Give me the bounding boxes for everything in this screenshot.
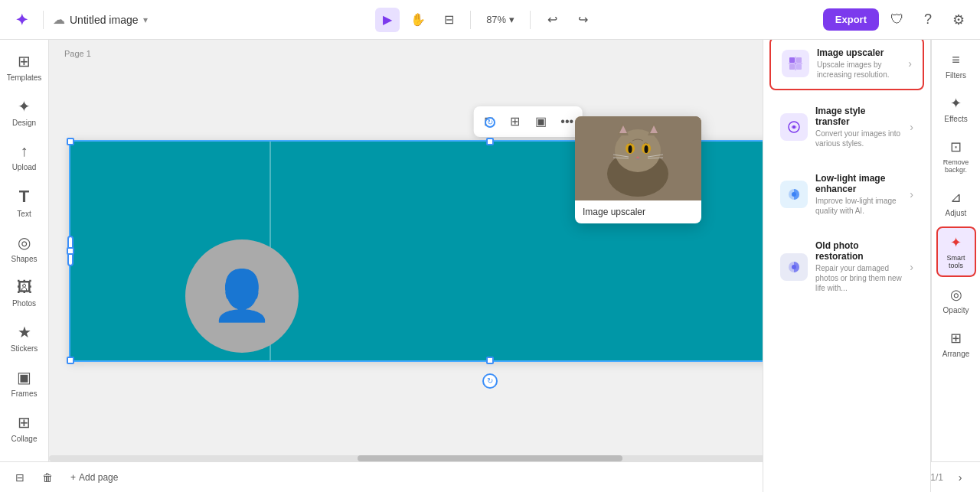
low-light-arrow: ›	[910, 188, 913, 200]
smart-tool-low-light[interactable]: Low-light image enhancer Improve low-lig…	[769, 164, 924, 225]
rs-item-smart-tools[interactable]: ✦ Smart tools	[936, 226, 976, 277]
person-icon: 👤	[211, 267, 273, 324]
rs-item-opacity[interactable]: ◎ Opacity	[936, 280, 976, 321]
settings-btn[interactable]: ⚙	[946, 8, 971, 32]
main-area: ⊞ Templates ✦ Design ↑ Upload T Text ◎ S…	[0, 40, 980, 461]
topbar-title-area: ☁ Untitled image ▾	[53, 12, 148, 27]
handle-ml[interactable]	[67, 247, 74, 255]
rs-label-smart-tools: Smart tools	[941, 254, 972, 269]
help-btn[interactable]: ?	[916, 8, 940, 32]
photo-restoration-text: Old photo restoration Repair your damage…	[815, 240, 902, 293]
rs-item-effects[interactable]: ✦ Effects	[936, 89, 976, 129]
text-icon: T	[19, 187, 29, 207]
collage-icon: ⊞	[18, 413, 31, 432]
title-chevron[interactable]: ▾	[143, 15, 148, 25]
filters-icon: ≡	[952, 52, 960, 68]
handle-tc[interactable]	[486, 138, 494, 145]
photo-restoration-desc: Repair your damaged photos or bring them…	[815, 263, 902, 293]
svg-point-35	[645, 145, 648, 153]
sidebar-label-photos: Photos	[12, 299, 36, 308]
upscaler-svg	[788, 56, 803, 71]
design-icon: ✦	[18, 97, 31, 116]
handle-tl[interactable]	[67, 138, 74, 145]
rs-item-remove-bg[interactable]: ⊡ Remove backgr.	[936, 132, 976, 180]
undo-btn[interactable]: ↩	[540, 8, 564, 32]
upload-icon: ↑	[21, 142, 28, 160]
scrollbar-thumb[interactable]	[358, 455, 622, 461]
add-page-button[interactable]: + Add page	[64, 469, 124, 486]
zoom-control[interactable]: 87% ▾	[480, 11, 521, 28]
rs-item-arrange[interactable]: ⊞ Arrange	[936, 324, 976, 364]
sidebar-item-frames[interactable]: ▣ Frames	[5, 362, 44, 404]
rotate-handle-top[interactable]: ↻	[485, 117, 495, 128]
right-sidebar: ≡ Filters ✦ Effects ⊡ Remove backgr. ⊿ A…	[931, 40, 980, 461]
sidebar-label-stickers: Stickers	[11, 344, 38, 353]
restoration-svg	[786, 259, 802, 275]
rs-label-remove-bg: Remove backgr.	[939, 158, 973, 174]
image-upscaler-text: Image upscaler Upscale images by increas…	[817, 47, 900, 80]
style-transfer-arrow: ›	[910, 121, 913, 133]
sidebar-item-shapes[interactable]: ◎ Shapes	[5, 227, 44, 269]
redo-btn[interactable]: ↪	[570, 8, 595, 32]
shapes-icon: ◎	[18, 233, 31, 252]
handle-bl[interactable]	[67, 357, 74, 364]
photo-restoration-arrow: ›	[910, 261, 913, 273]
opacity-icon: ◎	[950, 286, 962, 303]
sidebar-item-design[interactable]: ✦ Design	[5, 91, 44, 133]
svg-point-27	[615, 129, 661, 172]
sidebar-item-text[interactable]: T Text	[5, 181, 44, 224]
select-tool-btn[interactable]: ▶	[375, 8, 400, 32]
smart-tools-icon: ✦	[950, 234, 962, 251]
sidebar-item-stickers[interactable]: ★ Stickers	[5, 317, 44, 359]
svg-point-52	[792, 265, 796, 269]
sidebar-item-collage[interactable]: ⊞ Collage	[5, 407, 44, 449]
toolbar-divider2	[530, 11, 531, 29]
hand-tool-btn[interactable]: ✋	[406, 8, 430, 32]
handle-bc[interactable]	[486, 357, 494, 364]
rotate-handle-bottom[interactable]: ↻	[482, 373, 498, 389]
rs-label-adjust: Adjust	[946, 209, 967, 217]
sidebar-label-upload: Upload	[12, 163, 37, 171]
adjust-icon: ⊿	[950, 189, 962, 206]
sidebar-item-photos[interactable]: 🖼 Photos	[5, 272, 44, 314]
trash-btn[interactable]: 🗑	[37, 467, 58, 488]
cat-image	[575, 116, 701, 200]
cat-card-label: Image upscaler	[575, 200, 701, 223]
sidebar-label-design: Design	[12, 119, 36, 127]
frame-button[interactable]: ▣	[529, 109, 554, 134]
image-upscaler-title: Image upscaler	[817, 47, 900, 58]
next-page-btn[interactable]: ›	[949, 467, 971, 488]
rs-item-filters[interactable]: ≡ Filters	[936, 46, 976, 86]
grid-button[interactable]: ⊞	[503, 109, 528, 134]
low-light-title: Low-light image enhancer	[815, 173, 902, 194]
document-title[interactable]: Untitled image	[70, 14, 139, 26]
remove-bg-icon: ⊡	[950, 138, 962, 155]
sidebar-label-templates: Templates	[7, 73, 42, 82]
style-transfer-icon	[780, 113, 808, 141]
smart-tool-photo-restoration[interactable]: Old photo restoration Repair your damage…	[769, 231, 924, 302]
rs-label-effects: Effects	[944, 115, 967, 123]
shield-btn[interactable]: 🛡	[885, 8, 910, 32]
plugins-icon: ⊕	[18, 458, 31, 461]
smart-tool-style-transfer[interactable]: Image style transfer Convert your images…	[769, 96, 924, 158]
sidebar-label-frames: Frames	[11, 389, 38, 398]
photos-icon: 🖼	[17, 279, 32, 296]
sidebar-item-templates[interactable]: ⊞ Templates	[5, 46, 44, 88]
layout-btn[interactable]: ⊟	[436, 8, 461, 32]
rs-item-adjust[interactable]: ⊿ Adjust	[936, 183, 976, 223]
templates-icon: ⊞	[18, 52, 31, 70]
smart-tools-panel: Smart tools Beta ✕ Image upscaler Upscal…	[763, 40, 931, 461]
left-sidebar: ⊞ Templates ✦ Design ↑ Upload T Text ◎ S…	[0, 40, 49, 461]
sidebar-item-plugins[interactable]: ⊕ Plugins	[5, 452, 44, 461]
svg-rect-43	[789, 64, 795, 70]
sidebar-item-upload[interactable]: ↑ Upload	[5, 136, 44, 178]
sidebar-label-shapes: Shapes	[11, 255, 38, 263]
thumbnail-btn[interactable]: ⊟	[9, 467, 31, 488]
style-svg	[786, 119, 802, 135]
export-button[interactable]: Export	[823, 8, 879, 31]
lowlight-svg	[786, 187, 802, 202]
svg-rect-42	[796, 57, 802, 63]
frames-icon: ▣	[17, 368, 31, 386]
svg-rect-44	[796, 64, 802, 70]
smart-tool-image-upscaler[interactable]: Image upscaler Upscale images by increas…	[769, 40, 924, 90]
